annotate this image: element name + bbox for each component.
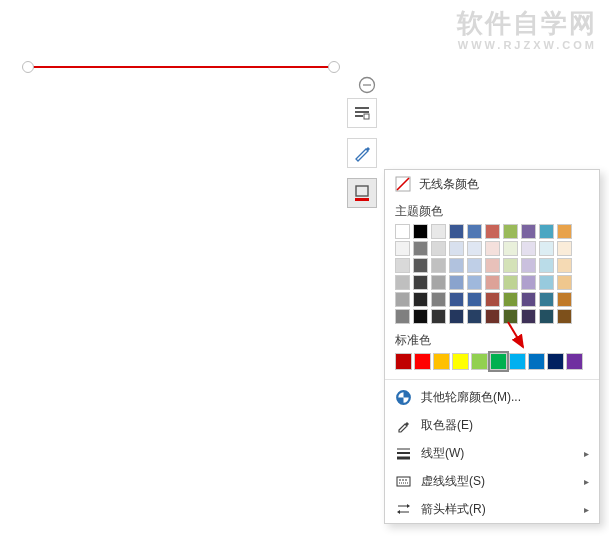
theme-swatch[interactable] <box>431 241 446 256</box>
dash-style-item[interactable]: 虚线线型(S) ▸ <box>385 467 599 495</box>
layout-options-button[interactable] <box>347 98 377 128</box>
watermark-url: WWW.RJZXW.COM <box>457 39 597 52</box>
theme-swatch[interactable] <box>539 224 554 239</box>
eyedropper-item[interactable]: 取色器(E) <box>385 411 599 439</box>
theme-swatch[interactable] <box>557 224 572 239</box>
theme-swatch[interactable] <box>557 275 572 290</box>
standard-swatch[interactable] <box>490 353 507 370</box>
theme-swatch[interactable] <box>449 275 464 290</box>
theme-swatch[interactable] <box>449 258 464 273</box>
theme-swatch[interactable] <box>431 258 446 273</box>
theme-swatch[interactable] <box>539 275 554 290</box>
theme-swatch[interactable] <box>521 224 536 239</box>
theme-swatch[interactable] <box>467 241 482 256</box>
eyedropper-label: 取色器(E) <box>421 417 473 434</box>
svg-rect-5 <box>364 114 369 119</box>
shape-outline-button[interactable] <box>347 178 377 208</box>
theme-swatch[interactable] <box>413 224 428 239</box>
no-fill-icon <box>395 176 411 192</box>
theme-swatch[interactable] <box>557 258 572 273</box>
theme-swatch[interactable] <box>449 224 464 239</box>
svg-rect-3 <box>355 111 369 113</box>
theme-swatch[interactable] <box>503 241 518 256</box>
theme-swatch[interactable] <box>521 241 536 256</box>
theme-swatches <box>385 224 599 324</box>
theme-swatch[interactable] <box>467 292 482 307</box>
line-handle-end[interactable] <box>328 61 340 73</box>
standard-swatch[interactable] <box>528 353 545 370</box>
theme-swatch[interactable] <box>503 309 518 324</box>
theme-swatch[interactable] <box>413 258 428 273</box>
theme-swatch[interactable] <box>485 258 500 273</box>
theme-swatch[interactable] <box>413 309 428 324</box>
theme-swatch[interactable] <box>395 224 410 239</box>
theme-swatch[interactable] <box>557 241 572 256</box>
standard-swatch[interactable] <box>509 353 526 370</box>
theme-swatch[interactable] <box>503 224 518 239</box>
theme-swatch[interactable] <box>467 309 482 324</box>
theme-swatch[interactable] <box>539 292 554 307</box>
theme-swatch[interactable] <box>485 241 500 256</box>
theme-swatch[interactable] <box>467 224 482 239</box>
line-weight-item[interactable]: 线型(W) ▸ <box>385 439 599 467</box>
theme-swatch[interactable] <box>413 241 428 256</box>
theme-swatch[interactable] <box>521 309 536 324</box>
theme-swatch[interactable] <box>431 224 446 239</box>
more-colors-label: 其他轮廓颜色(M)... <box>421 389 521 406</box>
arrow-style-item[interactable]: 箭头样式(R) ▸ <box>385 495 599 523</box>
watermark-title: 软件自学网 <box>457 8 597 39</box>
theme-swatch[interactable] <box>467 275 482 290</box>
format-painter-button[interactable] <box>347 138 377 168</box>
theme-swatch[interactable] <box>413 292 428 307</box>
theme-swatch[interactable] <box>431 292 446 307</box>
theme-swatch[interactable] <box>539 309 554 324</box>
theme-swatch[interactable] <box>395 241 410 256</box>
theme-swatch[interactable] <box>449 292 464 307</box>
theme-swatch[interactable] <box>431 309 446 324</box>
outline-shape-icon <box>353 184 371 202</box>
editor-canvas[interactable]: 无线条颜色 主题颜色 标准色 其他轮廓颜色(M)... 取色器(E) 线型(W)… <box>0 0 609 551</box>
theme-swatch[interactable] <box>521 258 536 273</box>
theme-swatch[interactable] <box>485 292 500 307</box>
selected-line-shape[interactable] <box>27 60 335 74</box>
standard-swatch[interactable] <box>395 353 412 370</box>
collapse-button[interactable] <box>352 70 382 100</box>
svg-rect-2 <box>355 107 369 109</box>
theme-swatch[interactable] <box>449 309 464 324</box>
theme-swatch[interactable] <box>539 258 554 273</box>
theme-swatch[interactable] <box>395 309 410 324</box>
arrow-style-icon <box>395 501 411 517</box>
standard-swatch[interactable] <box>547 353 564 370</box>
standard-swatch[interactable] <box>452 353 469 370</box>
no-line-color-option[interactable]: 无线条颜色 <box>385 170 599 198</box>
standard-swatch[interactable] <box>471 353 488 370</box>
theme-swatch[interactable] <box>503 275 518 290</box>
theme-swatch[interactable] <box>413 275 428 290</box>
theme-colors-title: 主题颜色 <box>385 198 599 224</box>
dash-style-icon <box>395 473 411 489</box>
pen-icon <box>353 144 371 162</box>
theme-swatch[interactable] <box>449 241 464 256</box>
theme-swatch[interactable] <box>485 309 500 324</box>
theme-swatch[interactable] <box>395 292 410 307</box>
theme-swatch[interactable] <box>503 292 518 307</box>
theme-swatch[interactable] <box>395 275 410 290</box>
standard-swatch[interactable] <box>414 353 431 370</box>
standard-swatch[interactable] <box>566 353 583 370</box>
color-wheel-icon <box>395 389 411 405</box>
theme-swatch[interactable] <box>557 309 572 324</box>
more-outline-colors-item[interactable]: 其他轮廓颜色(M)... <box>385 383 599 411</box>
theme-swatch[interactable] <box>521 292 536 307</box>
line-weight-label: 线型(W) <box>421 445 464 462</box>
theme-swatch[interactable] <box>485 275 500 290</box>
theme-swatch[interactable] <box>503 258 518 273</box>
theme-swatch[interactable] <box>485 224 500 239</box>
standard-swatch[interactable] <box>433 353 450 370</box>
theme-swatch[interactable] <box>521 275 536 290</box>
theme-swatch[interactable] <box>539 241 554 256</box>
theme-swatch[interactable] <box>395 258 410 273</box>
line-handle-start[interactable] <box>22 61 34 73</box>
theme-swatch[interactable] <box>557 292 572 307</box>
theme-swatch[interactable] <box>467 258 482 273</box>
theme-swatch[interactable] <box>431 275 446 290</box>
